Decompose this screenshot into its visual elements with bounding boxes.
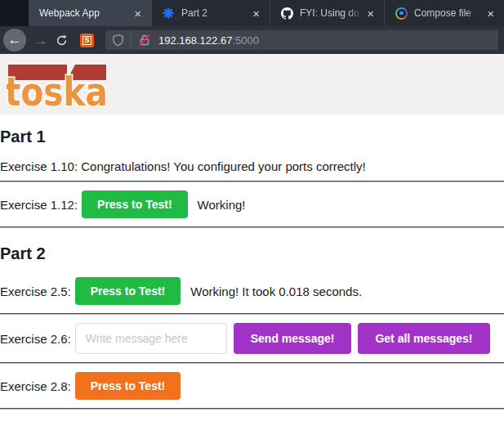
- divider: [0, 408, 504, 410]
- exercise-label: Exercise 2.8:: [0, 379, 71, 393]
- addon-icon[interactable]: S: [80, 34, 94, 47]
- close-icon[interactable]: ×: [364, 6, 377, 21]
- forward-button[interactable]: →: [31, 34, 51, 47]
- toska-logo: toska: [7, 65, 109, 107]
- docker-docs-icon: [395, 7, 408, 20]
- tab-compose-file[interactable]: Compose file ×: [384, 0, 504, 26]
- exercise-2-5-row: Exercise 2.5: Press to Test! Working! It…: [0, 269, 504, 313]
- back-icon: ←: [8, 32, 22, 48]
- exercise-1-10-text: Exercise 1.10: Congratulations! You conf…: [0, 159, 504, 173]
- tab-title: Webpack App: [39, 7, 131, 19]
- exercise-1-12-row: Exercise 1.12: Press to Test! Working!: [0, 182, 504, 226]
- press-to-test-button[interactable]: Press to Test!: [75, 372, 181, 400]
- part-2-heading: Part 2: [0, 244, 504, 262]
- tab-title: FYI: Using do: [300, 7, 364, 19]
- test-status: Working! It took 0.018 seconds.: [190, 284, 362, 298]
- url-bar[interactable]: 192.168.122.67 :5000: [105, 30, 498, 50]
- tab-webpack-app[interactable]: Webpack App ×: [29, 0, 151, 26]
- site-header: toska: [0, 54, 504, 114]
- forward-icon: →: [34, 33, 48, 48]
- reload-icon: [56, 34, 68, 47]
- tab-title: Part 2: [181, 7, 249, 19]
- close-icon[interactable]: ×: [131, 6, 145, 21]
- tab-bar: Webpack App × Part 2 × FYI: Using do × C…: [0, 0, 504, 26]
- tab-fyi-using-docker[interactable]: FYI: Using do ×: [270, 0, 384, 26]
- shield-icon: [112, 34, 124, 47]
- github-icon: [280, 7, 293, 20]
- divider: [0, 226, 504, 228]
- back-button[interactable]: ←: [3, 29, 26, 52]
- press-to-test-button[interactable]: Press to Test!: [75, 277, 181, 305]
- close-icon[interactable]: ×: [249, 6, 263, 21]
- message-input[interactable]: [75, 323, 227, 354]
- tab-part-2[interactable]: Part 2 ×: [151, 0, 270, 26]
- send-message-button[interactable]: Send message!: [234, 323, 352, 354]
- part-1-heading: Part 1: [0, 128, 504, 146]
- url-host: 192.168.122.67: [158, 34, 232, 47]
- tab-title: Compose file: [414, 7, 484, 19]
- close-icon[interactable]: ×: [484, 6, 497, 21]
- get-all-messages-button[interactable]: Get all messages!: [358, 323, 489, 354]
- press-to-test-button[interactable]: Press to Test!: [82, 190, 188, 218]
- window-corner: [0, 0, 29, 26]
- insecure-lock-icon: [138, 34, 151, 47]
- web-page: toska Part 1 Exercise 1.10: Congratulati…: [0, 54, 504, 421]
- reload-button[interactable]: [51, 34, 72, 47]
- exercise-label: Exercise 1.12:: [0, 198, 78, 212]
- exercise-2-8-row: Exercise 2.8: Press to Test!: [0, 364, 504, 408]
- url-port: :5000: [232, 34, 259, 47]
- navigation-toolbar: ← → S 192.168.122.67 :5000: [0, 26, 504, 54]
- test-status: Working!: [198, 198, 246, 212]
- splat-icon: [162, 7, 175, 20]
- exercise-2-6-row: Exercise 2.6: Send message! Get all mess…: [0, 315, 504, 362]
- exercise-list: Part 1 Exercise 1.10: Congratulations! Y…: [0, 128, 504, 410]
- logo-text: toska: [7, 69, 108, 107]
- exercise-label: Exercise 2.6:: [0, 332, 71, 346]
- exercise-label: Exercise 2.5:: [0, 284, 71, 298]
- divider: [131, 34, 132, 47]
